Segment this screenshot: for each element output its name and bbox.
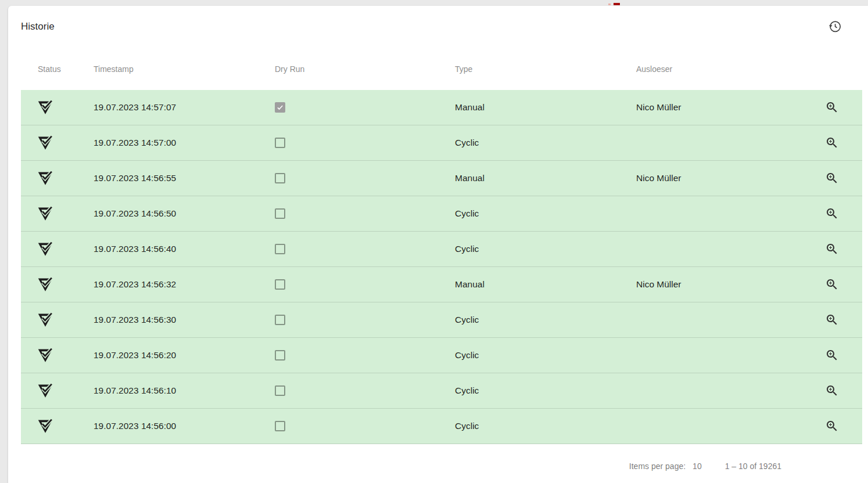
status-success-triangle-icon xyxy=(37,99,54,116)
ausloeser-cell: Nico Müller xyxy=(636,279,825,290)
timestamp-cell: 19.07.2023 14:56:20 xyxy=(94,350,275,361)
table-body: 19.07.2023 14:57:07 Manual Nico Müller 1… xyxy=(8,90,868,444)
paginator-range-label: 1 – 10 of 19261 xyxy=(725,462,781,471)
table-row: 19.07.2023 14:56:20 Cyclic xyxy=(21,338,862,373)
table-header: Status Timestamp Dry Run Type Ausloeser xyxy=(21,48,862,90)
previous-page-button[interactable] xyxy=(807,455,830,478)
status-success-triangle-icon xyxy=(37,135,54,151)
status-success-triangle-icon xyxy=(37,347,54,363)
items-per-page-select[interactable]: 10 xyxy=(693,462,702,471)
page-title: Historie xyxy=(21,21,55,33)
type-cell: Cyclic xyxy=(455,208,636,219)
dry-run-checkbox[interactable] xyxy=(275,173,285,183)
type-cell: Manual xyxy=(455,173,636,183)
zoom-in-icon[interactable] xyxy=(825,384,839,398)
table-row: 19.07.2023 14:57:07 Manual Nico Müller xyxy=(21,90,862,125)
red-artifact xyxy=(614,3,620,5)
col-header-status: Status xyxy=(21,64,94,74)
type-cell: Cyclic xyxy=(455,244,636,254)
dry-run-checkbox[interactable] xyxy=(275,244,285,254)
table-row: 19.07.2023 14:56:50 Cyclic xyxy=(21,196,862,232)
check-icon xyxy=(276,103,284,112)
dry-run-checkbox[interactable] xyxy=(275,385,285,396)
dry-run-checkbox[interactable] xyxy=(275,138,285,148)
type-cell: Cyclic xyxy=(455,385,636,396)
status-success-triangle-icon xyxy=(37,241,54,257)
zoom-in-icon[interactable] xyxy=(825,277,839,291)
ausloeser-cell: Nico Müller xyxy=(636,173,825,183)
timestamp-cell: 19.07.2023 14:56:50 xyxy=(94,208,275,219)
status-success-triangle-icon xyxy=(37,418,54,434)
timestamp-cell: 19.07.2023 14:57:00 xyxy=(94,138,275,148)
zoom-in-icon[interactable] xyxy=(825,136,839,150)
timestamp-cell: 19.07.2023 14:56:30 xyxy=(94,315,275,325)
col-header-type: Type xyxy=(455,64,636,74)
dry-run-checkbox[interactable] xyxy=(275,102,285,113)
next-page-button[interactable] xyxy=(830,455,853,478)
dry-run-checkbox[interactable] xyxy=(275,279,285,290)
type-cell: Cyclic xyxy=(455,315,636,325)
dry-run-checkbox[interactable] xyxy=(275,315,285,325)
status-success-triangle-icon xyxy=(37,383,54,399)
table-row: 19.07.2023 14:56:10 Cyclic xyxy=(21,373,862,409)
zoom-in-icon[interactable] xyxy=(825,242,839,256)
table-row: 19.07.2023 14:56:30 Cyclic xyxy=(21,302,862,338)
table-row: 19.07.2023 14:56:00 Cyclic xyxy=(21,409,862,444)
zoom-in-icon[interactable] xyxy=(825,171,839,185)
type-cell: Manual xyxy=(455,279,636,290)
ausloeser-cell: Nico Müller xyxy=(636,102,825,113)
items-per-page-label: Items per page: xyxy=(629,462,686,471)
table-row: 19.07.2023 14:56:32 Manual Nico Müller xyxy=(21,267,862,302)
card-header: Historie xyxy=(8,6,868,48)
timestamp-cell: 19.07.2023 14:56:10 xyxy=(94,385,275,396)
timestamp-cell: 19.07.2023 14:56:55 xyxy=(94,173,275,183)
type-cell: Cyclic xyxy=(455,138,636,148)
history-icon xyxy=(827,19,842,34)
col-header-ausloeser: Ausloeser xyxy=(636,64,825,74)
timestamp-cell: 19.07.2023 14:57:07 xyxy=(94,102,275,113)
paginator: Items per page: 10 1 – 10 of 19261 xyxy=(8,450,868,482)
status-success-triangle-icon xyxy=(37,170,54,186)
timestamp-cell: 19.07.2023 14:56:00 xyxy=(94,421,275,431)
type-cell: Cyclic xyxy=(455,421,636,431)
col-header-dry-run: Dry Run xyxy=(275,64,455,74)
zoom-in-icon[interactable] xyxy=(825,207,839,221)
status-success-triangle-icon xyxy=(37,312,54,328)
timestamp-cell: 19.07.2023 14:56:40 xyxy=(94,244,275,254)
col-header-timestamp: Timestamp xyxy=(94,64,275,74)
chevron-right-icon xyxy=(835,459,849,473)
status-success-triangle-icon xyxy=(37,276,54,293)
dry-run-checkbox[interactable] xyxy=(275,421,285,431)
zoom-in-icon[interactable] xyxy=(825,313,839,327)
history-card: Historie Status Timestamp Dry Run Type A… xyxy=(8,6,868,483)
table-row: 19.07.2023 14:56:55 Manual Nico Müller xyxy=(21,161,862,196)
table-row: 19.07.2023 14:56:40 Cyclic xyxy=(21,232,862,267)
table-row: 19.07.2023 14:57:00 Cyclic xyxy=(21,125,862,161)
dry-run-checkbox[interactable] xyxy=(275,208,285,219)
zoom-in-icon[interactable] xyxy=(825,348,839,362)
status-success-triangle-icon xyxy=(37,206,54,222)
type-cell: Cyclic xyxy=(455,350,636,361)
red-artifact-faint xyxy=(608,3,611,5)
timestamp-cell: 19.07.2023 14:56:32 xyxy=(94,279,275,290)
type-cell: Manual xyxy=(455,102,636,113)
zoom-in-icon[interactable] xyxy=(825,100,839,114)
zoom-in-icon[interactable] xyxy=(825,419,839,433)
items-per-page: Items per page: 10 xyxy=(629,462,702,471)
dry-run-checkbox[interactable] xyxy=(275,350,285,361)
chevron-left-icon xyxy=(812,459,826,473)
history-button[interactable] xyxy=(827,19,842,34)
